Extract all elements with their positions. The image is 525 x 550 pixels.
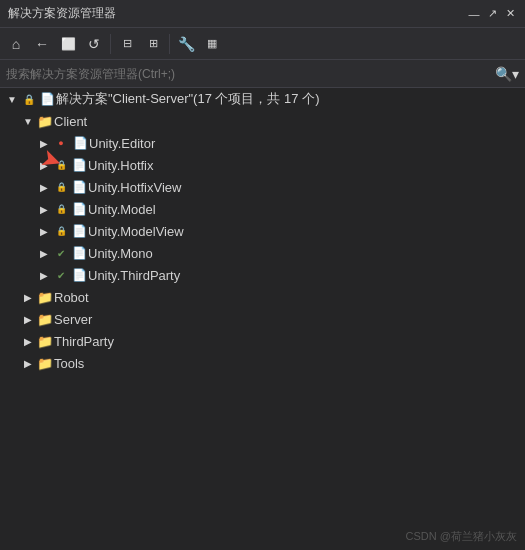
solution-root-item[interactable]: 🔒 📄 解决方案"Client-Server"(17 个项目，共 17 个): [0, 88, 525, 110]
server-folder-item[interactable]: 📁 Server: [0, 308, 525, 330]
tools-folder-item[interactable]: 📁 Tools: [0, 352, 525, 374]
server-folder-icon: 📁: [36, 311, 54, 327]
solution-expand-arrow[interactable]: [4, 91, 20, 107]
tools-label: Tools: [54, 356, 517, 371]
unity-model-label: Unity.Model: [88, 202, 517, 217]
show-all-button[interactable]: ⊞: [141, 32, 165, 56]
close-button[interactable]: ✕: [503, 7, 517, 21]
explorer-area: 🔒 📄 解决方案"Client-Server"(17 个项目，共 17 个) 📁…: [0, 88, 525, 550]
unity-model-lock-icon: 🔒: [52, 201, 70, 217]
robot-folder-item[interactable]: 📁 Robot: [0, 286, 525, 308]
client-label: Client: [54, 114, 517, 129]
preview-button[interactable]: ▦: [200, 32, 224, 56]
unity-editor-expand-arrow[interactable]: [36, 135, 52, 151]
separator-1: [110, 34, 111, 54]
client-folder-icon: 📁: [36, 113, 54, 129]
unity-hotfix-lock-icon: 🔒: [52, 157, 70, 173]
properties-button[interactable]: 🔧: [174, 32, 198, 56]
unity-hotfix-label: Unity.Hotfix: [88, 158, 517, 173]
unity-mono-label: Unity.Mono: [88, 246, 517, 261]
server-label: Server: [54, 312, 517, 327]
unity-hotfixview-item[interactable]: 🔒 📄 Unity.HotfixView: [0, 176, 525, 198]
unity-mono-expand-arrow[interactable]: [36, 245, 52, 261]
thirdparty-folder-icon: 📁: [36, 333, 54, 349]
client-folder-item[interactable]: 📁 Client: [0, 110, 525, 132]
pin-button[interactable]: —: [467, 7, 481, 21]
robot-expand-arrow[interactable]: [20, 289, 36, 305]
unity-modelview-doc-icon: 📄: [70, 223, 88, 239]
server-expand-arrow[interactable]: [20, 311, 36, 327]
thirdparty-label: ThirdParty: [54, 334, 517, 349]
unity-hotfixview-expand-arrow[interactable]: [36, 179, 52, 195]
undock-button[interactable]: ↗: [485, 7, 499, 21]
unity-mono-item[interactable]: ✔ 📄 Unity.Mono: [0, 242, 525, 264]
unity-mono-doc-icon: 📄: [70, 245, 88, 261]
watermark: CSDN @荷兰猪小灰灰: [406, 529, 517, 544]
separator-2: [169, 34, 170, 54]
search-icon[interactable]: 🔍▾: [495, 66, 519, 82]
unity-model-item[interactable]: 🔒 📄 Unity.Model: [0, 198, 525, 220]
unity-editor-label: Unity.Editor: [89, 136, 517, 151]
unity-hotfixview-label: Unity.HotfixView: [88, 180, 517, 195]
robot-folder-icon: 📁: [36, 289, 54, 305]
unity-hotfix-doc-icon: 📄: [70, 157, 88, 173]
unity-thirdparty-doc-icon: 📄: [70, 267, 88, 283]
search-input[interactable]: [6, 67, 491, 81]
unity-modelview-label: Unity.ModelView: [88, 224, 517, 239]
client-expand-arrow[interactable]: [20, 113, 36, 129]
tools-folder-icon: 📁: [36, 355, 54, 371]
unity-modelview-item[interactable]: 🔒 📄 Unity.ModelView: [0, 220, 525, 242]
unity-modelview-lock-icon: 🔒: [52, 223, 70, 239]
title-bar-text: 解决方案资源管理器: [8, 5, 467, 22]
refresh-button[interactable]: ↺: [82, 32, 106, 56]
unity-model-expand-arrow[interactable]: [36, 201, 52, 217]
back-button[interactable]: ←: [30, 32, 54, 56]
unity-hotfixview-doc-icon: 📄: [70, 179, 88, 195]
unity-thirdparty-label: Unity.ThirdParty: [88, 268, 517, 283]
toolbar: ⌂ ← ⬜ ↺ ⊟ ⊞ 🔧 ▦: [0, 28, 525, 60]
robot-label: Robot: [54, 290, 517, 305]
unity-thirdparty-check-icon: ✔: [52, 267, 70, 283]
tools-expand-arrow[interactable]: [20, 355, 36, 371]
unity-hotfixview-lock-icon: 🔒: [52, 179, 70, 195]
unity-modelview-expand-arrow[interactable]: [36, 223, 52, 239]
title-bar: 解决方案资源管理器 — ↗ ✕: [0, 0, 525, 28]
unity-editor-badge-icon: ●: [52, 135, 70, 151]
unity-editor-item[interactable]: ● 📄 Unity.Editor: [0, 132, 525, 154]
solution-lock-icon: 🔒: [20, 91, 38, 107]
title-bar-controls: — ↗ ✕: [467, 7, 517, 21]
home-button[interactable]: ⌂: [4, 32, 28, 56]
unity-hotfix-expand-arrow[interactable]: [36, 157, 52, 173]
solution-view-button[interactable]: ⬜: [56, 32, 80, 56]
unity-thirdparty-item[interactable]: ✔ 📄 Unity.ThirdParty: [0, 264, 525, 286]
unity-model-doc-icon: 📄: [70, 201, 88, 217]
solution-root-label: 解决方案"Client-Server"(17 个项目，共 17 个): [56, 90, 517, 108]
thirdparty-folder-item[interactable]: 📁 ThirdParty: [0, 330, 525, 352]
collapse-all-button[interactable]: ⊟: [115, 32, 139, 56]
unity-thirdparty-expand-arrow[interactable]: [36, 267, 52, 283]
unity-editor-doc-icon: 📄: [71, 135, 89, 151]
unity-hotfix-item[interactable]: 🔒 📄 Unity.Hotfix: [0, 154, 525, 176]
search-bar: 🔍▾: [0, 60, 525, 88]
unity-mono-check-icon: ✔: [52, 245, 70, 261]
solution-doc-icon: 📄: [38, 91, 56, 107]
thirdparty-expand-arrow[interactable]: [20, 333, 36, 349]
